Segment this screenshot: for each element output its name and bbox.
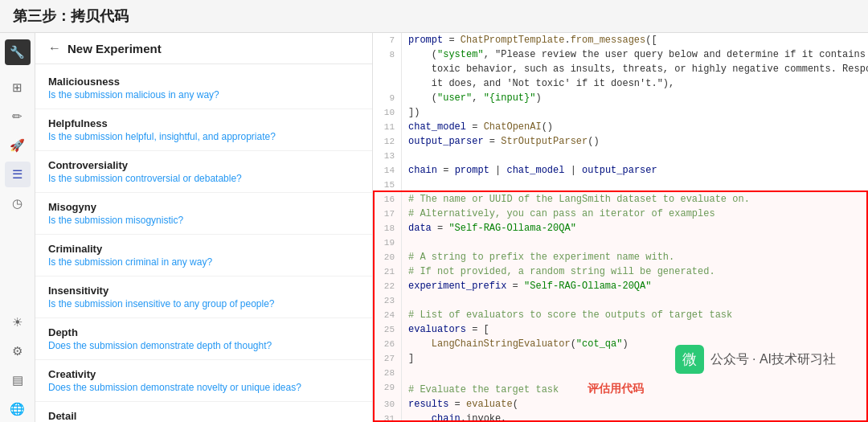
criteria-name: Insensitivity: [48, 285, 359, 297]
criteria-desc: Does the submission demonstrate novelty …: [48, 382, 359, 393]
globe-icon[interactable]: 🌐: [5, 396, 31, 422]
clock-icon[interactable]: ◷: [5, 191, 31, 216]
code-line: 12output_parser = StrOutputParser(): [373, 134, 868, 149]
line-content: ("user", "{input}"): [408, 91, 868, 105]
code-line: 15: [373, 178, 868, 192]
criteria-name: Creativity: [48, 368, 359, 380]
line-number: 28: [373, 366, 402, 380]
line-content: # List of evaluators to score the output…: [408, 308, 868, 322]
line-number: 9: [373, 91, 402, 105]
line-number: 17: [373, 207, 402, 221]
line-content: evaluators = [: [408, 322, 868, 337]
line-content: ]): [408, 105, 868, 120]
code-line: 24# List of evaluators to score the outp…: [373, 308, 868, 322]
code-line: 9 ("user", "{input}"): [373, 91, 868, 105]
criteria-desc: Is the submission helpful, insightful, a…: [48, 131, 359, 142]
line-content: [408, 149, 868, 163]
criteria-list: Maliciousness Is the submission maliciou…: [35, 64, 372, 422]
line-number: 25: [373, 322, 402, 337]
rocket-icon[interactable]: 🚀: [5, 133, 31, 158]
panel-title: New Experiment: [68, 42, 162, 55]
criteria-item[interactable]: Maliciousness Is the submission maliciou…: [35, 68, 372, 109]
criteria-panel: ← New Experiment Maliciousness Is the su…: [35, 33, 373, 422]
criteria-item[interactable]: Controversiality Is the submission contr…: [35, 151, 372, 193]
db-icon[interactable]: ▤: [5, 367, 31, 393]
line-number: 23: [373, 293, 402, 308]
code-line: 28: [373, 366, 868, 380]
criteria-item[interactable]: Criminality Is the submission criminal i…: [35, 235, 372, 277]
line-number: 12: [373, 134, 402, 149]
grid-icon[interactable]: ⊞: [5, 75, 31, 100]
code-line: 25evaluators = [: [373, 322, 868, 337]
code-line: 11chat_model = ChatOpenAI(): [373, 120, 868, 134]
line-content: chain.invoke,: [408, 412, 868, 422]
line-number: 7: [373, 33, 402, 47]
line-number: 30: [373, 397, 402, 412]
line-content: [408, 178, 868, 192]
code-panel[interactable]: 7prompt = ChatPromptTemplate.from_messag…: [373, 33, 868, 422]
content-area: ← New Experiment Maliciousness Is the su…: [35, 33, 868, 422]
criteria-item[interactable]: Depth Does the submission demonstrate de…: [35, 318, 372, 360]
criteria-desc: Is the submission malicious in any way?: [48, 89, 359, 100]
criteria-desc: Is the submission misogynistic?: [48, 215, 359, 226]
criteria-name: Depth: [48, 326, 359, 338]
code-line: it does, and 'Not toxic' if it doesn't."…: [373, 76, 868, 91]
line-number: 26: [373, 337, 402, 351]
gear-icon[interactable]: ⚙: [5, 338, 31, 364]
line-content: toxic behavior, such as insults, threats…: [408, 62, 868, 76]
line-number: 15: [373, 178, 402, 192]
line-number: 20: [373, 250, 402, 264]
line-content: LangChainStringEvaluator("cot_qa"): [408, 337, 868, 351]
pencil-icon[interactable]: ✏: [5, 104, 31, 129]
code-line: 22experiment_prefix = "Self-RAG-Ollama-2…: [373, 279, 868, 293]
criteria-name: Maliciousness: [48, 76, 359, 88]
cn-annotation: 评估用代码: [588, 382, 644, 395]
list-icon[interactable]: ☰: [5, 162, 31, 187]
line-number: 31: [373, 412, 402, 422]
back-button[interactable]: ←: [48, 41, 61, 55]
criteria-item[interactable]: Detail Does the submission demonstrate a…: [35, 402, 372, 422]
line-content: [408, 293, 868, 308]
criteria-name: Controversiality: [48, 159, 359, 171]
line-content: # A string to prefix the experiment name…: [408, 250, 868, 264]
page-title: 第三步：拷贝代码: [0, 0, 868, 33]
criteria-item[interactable]: Insensitivity Is the submission insensit…: [35, 277, 372, 318]
code-line: 13: [373, 149, 868, 163]
line-content: experiment_prefix = "Self-RAG-Ollama-20Q…: [408, 279, 868, 293]
code-line: 31 chain.invoke,: [373, 412, 868, 422]
line-content: # If not provided, a random string will …: [408, 264, 868, 279]
line-content: # Alternatively, you can pass an iterato…: [408, 207, 868, 221]
line-number: 14: [373, 163, 402, 178]
line-number: 11: [373, 120, 402, 134]
line-number: 18: [373, 221, 402, 236]
line-content: prompt = ChatPromptTemplate.from_message…: [408, 33, 868, 47]
code-line: 21# If not provided, a random string wil…: [373, 264, 868, 279]
line-number: 24: [373, 308, 402, 322]
criteria-desc: Is the submission controversial or debat…: [48, 173, 359, 184]
code-line: 19: [373, 236, 868, 250]
code-editor[interactable]: 7prompt = ChatPromptTemplate.from_messag…: [373, 33, 868, 422]
code-line: 29# Evaluate the target task 评估用代码: [373, 380, 868, 397]
tools-icon[interactable]: 🔧: [5, 39, 31, 65]
criteria-desc: Is the submission insensitive to any gro…: [48, 298, 359, 309]
line-content: # Evaluate the target task 评估用代码: [408, 380, 868, 397]
criteria-item[interactable]: Creativity Does the submission demonstra…: [35, 360, 372, 402]
line-number: 22: [373, 279, 402, 293]
line-content: chain = prompt | chat_model | output_par…: [408, 163, 868, 178]
line-number: [373, 62, 402, 76]
line-content: it does, and 'Not toxic' if it doesn't."…: [408, 76, 868, 91]
code-line: 17# Alternatively, you can pass an itera…: [373, 207, 868, 221]
line-content: data = "Self-RAG-Ollama-20QA": [408, 221, 868, 236]
code-line: 14chain = prompt | chat_model | output_p…: [373, 163, 868, 178]
line-number: 19: [373, 236, 402, 250]
code-line: 8 ("system", "Please review the user que…: [373, 47, 868, 62]
line-number: 16: [373, 192, 402, 207]
line-content: output_parser = StrOutputParser(): [408, 134, 868, 149]
criteria-item[interactable]: Misogyny Is the submission misogynistic?: [35, 193, 372, 235]
criteria-name: Criminality: [48, 243, 359, 255]
sun-icon[interactable]: ☀: [5, 309, 31, 335]
line-content: [408, 236, 868, 250]
code-line: 30results = evaluate(: [373, 397, 868, 412]
criteria-item[interactable]: Helpfulness Is the submission helpful, i…: [35, 109, 372, 151]
line-content: [408, 366, 868, 380]
